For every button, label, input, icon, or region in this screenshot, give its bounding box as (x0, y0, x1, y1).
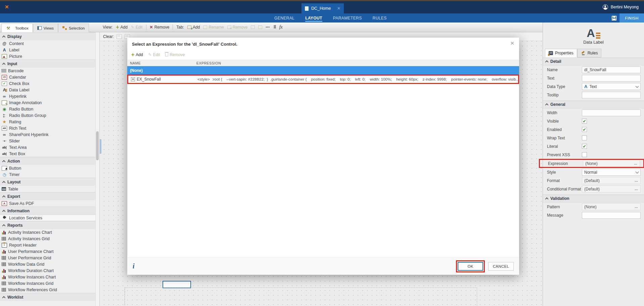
expression-row-none[interactable]: (None) (127, 66, 519, 75)
sidebar-collapse-grip[interactable] (100, 139, 101, 154)
selected-control-outline[interactable] (163, 281, 191, 288)
wrap-text-checkbox[interactable] (582, 135, 587, 140)
toolbox-item[interactable]: Workflow Instances Grid (0, 280, 95, 287)
move-tab-left-icon[interactable] (251, 26, 255, 29)
section-validation[interactable]: Validation (543, 194, 644, 203)
toolbox-item[interactable]: User Performance Grid (0, 255, 95, 261)
tooltip-input[interactable] (582, 92, 641, 98)
toolbox-item[interactable]: Image Annotation (0, 99, 95, 106)
toolbox-item[interactable]: Report Header (0, 242, 95, 248)
toolbox-item[interactable]: Workflow Data Grid (0, 261, 95, 267)
sidebar-section-header[interactable]: Display (0, 32, 95, 40)
sidebar-section-header[interactable]: Information (0, 207, 95, 215)
document-tab-dc-home[interactable]: DC_Home ✕ (302, 3, 344, 13)
tab-rules[interactable]: Rules (577, 49, 602, 57)
dialog-close-icon[interactable]: ✕ (510, 40, 514, 46)
literal-checkbox[interactable] (582, 144, 587, 149)
toolbox-item[interactable]: Radio Button Group (0, 112, 95, 119)
style-dropdown[interactable]: Normal (582, 169, 641, 176)
name-input[interactable]: dl_SnowFall (582, 67, 641, 73)
toolbox-item[interactable]: Workflow Instances Chart (0, 274, 95, 280)
view-remove-button[interactable]: ✕Remove (150, 25, 170, 30)
table-row-outline[interactable] (125, 288, 477, 306)
toolbox-item[interactable]: Hyperlink (0, 93, 95, 99)
toolbox-item[interactable]: Workflow References Grid (0, 287, 95, 293)
tab-properties[interactable]: Properties (545, 49, 577, 57)
toolbox-item[interactable]: Content (0, 40, 95, 47)
expression-edit-button[interactable]: ✎Edit (148, 52, 160, 57)
enabled-checkbox[interactable] (582, 127, 587, 132)
tab-toolbox[interactable]: ⚒Toolbox (1, 24, 33, 33)
message-input[interactable] (582, 212, 641, 219)
toolbox-item[interactable]: Slider (0, 138, 95, 144)
ellipsis-button[interactable]: … (635, 187, 638, 191)
toolbox-item[interactable]: Activity Instances Chart (0, 229, 95, 235)
ellipsis-button[interactable]: … (635, 179, 638, 182)
toolbox-item[interactable]: Picture (0, 53, 95, 59)
toolbox-item[interactable]: Check Box (0, 80, 95, 87)
drag-handle-icon[interactable]: ⠿ (273, 25, 276, 30)
toolbox-item[interactable]: Calendar (0, 74, 95, 80)
sidebar-scrollbar-thumb[interactable] (96, 131, 99, 160)
sidebar-section-header[interactable]: Action (0, 157, 95, 165)
finish-button[interactable]: FINISH (619, 13, 644, 23)
toolbox-item[interactable]: Label (0, 47, 95, 53)
toolbox-item[interactable]: Timer (0, 171, 95, 178)
sidebar-section-header[interactable]: Input (0, 59, 95, 68)
data-type-dropdown[interactable]: AText (582, 83, 641, 90)
expression-remove-button[interactable]: Remove (165, 52, 185, 57)
toolbox-item[interactable]: Radio Button (0, 106, 95, 112)
format-picker[interactable]: (Default)… (582, 177, 641, 184)
ellipsis-button[interactable]: … (634, 162, 638, 165)
toolbox-item[interactable]: Save As PDF (0, 200, 95, 207)
width-input[interactable] (582, 110, 641, 116)
sidebar-section-header[interactable]: Layout (0, 178, 95, 186)
toolbox-item[interactable]: Button (0, 165, 95, 171)
nav-item[interactable]: GENERAL (274, 13, 294, 23)
view-add-button[interactable]: +Add (116, 25, 128, 30)
toolbox-item[interactable]: Rating (0, 119, 95, 125)
pattern-picker[interactable]: (None)… (582, 203, 641, 210)
nav-item[interactable]: LAYOUT (305, 13, 322, 23)
tab-remove-button[interactable]: Remove (227, 25, 248, 30)
toolbox-item[interactable]: User Performance Chart (0, 248, 95, 255)
toolbox-item[interactable]: Activity Instances Grid (0, 235, 95, 242)
tab-add-button[interactable]: Add (187, 25, 200, 30)
nav-item[interactable]: PARAMETERS (333, 13, 362, 23)
user-menu[interactable]: Bertini Meyong (603, 4, 639, 10)
view-edit-button[interactable]: ✎Edit (131, 25, 143, 30)
expression-row-ex-snowfall[interactable]: ✳EX_SnowFall <style> :root { --vert-sapi… (127, 75, 519, 84)
toolbox-item[interactable]: Text Box (0, 150, 95, 157)
tab-rename-button[interactable]: Rename (203, 25, 224, 30)
conditional-format-picker[interactable]: (Default)… (582, 185, 641, 192)
toolbox-item[interactable]: Workflow Duration Chart (0, 267, 95, 274)
sidebar-section-header[interactable]: Reports (0, 221, 95, 229)
section-detail[interactable]: Detail (543, 57, 644, 65)
toolbox-item[interactable]: Table (0, 186, 95, 192)
sidebar-section-header[interactable]: Worklist (0, 293, 95, 301)
toolbox-item[interactable]: Location Services (0, 215, 95, 221)
expression-add-button[interactable]: +Add (131, 52, 143, 57)
close-tab-icon[interactable]: ✕ (337, 6, 340, 11)
section-general[interactable]: General (543, 100, 644, 108)
nav-item[interactable]: RULES (373, 13, 387, 23)
move-tab-right-icon[interactable] (258, 26, 262, 29)
more-options-icon[interactable]: ••• (266, 26, 270, 29)
sidebar-section-header[interactable]: Export (0, 192, 95, 200)
sidebar-scrollbar[interactable] (95, 32, 99, 306)
save-button[interactable] (609, 13, 619, 23)
tab-views[interactable]: Views (33, 24, 58, 32)
toolbox-item[interactable]: Barcode (0, 68, 95, 74)
visible-checkbox[interactable] (582, 119, 587, 124)
ellipsis-button[interactable]: … (635, 205, 638, 209)
info-icon[interactable]: i (133, 262, 135, 270)
prevent-xss-checkbox[interactable] (582, 152, 587, 157)
cancel-button[interactable]: CANCEL (488, 262, 514, 271)
toolbox-item[interactable]: Rich Text (0, 125, 95, 131)
expression-picker[interactable]: (None)… (583, 160, 640, 167)
ok-button[interactable]: OK (458, 262, 483, 271)
clear-contents-icon[interactable] (117, 34, 122, 39)
toolbox-item[interactable]: Text Area (0, 144, 95, 150)
toolbox-item[interactable]: SharePoint Hyperlink (0, 131, 95, 138)
toolbox-item[interactable]: Data Label (0, 87, 95, 93)
